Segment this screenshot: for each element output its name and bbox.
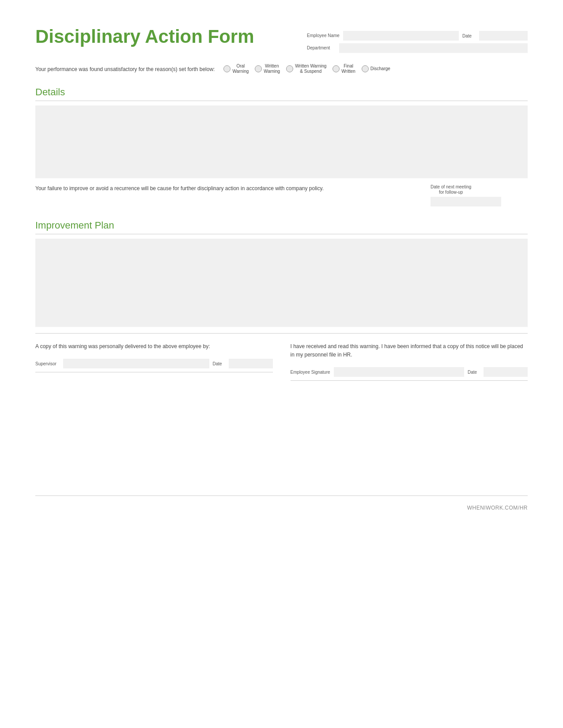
employee-sig-divider: [291, 380, 528, 381]
employee-sig-fields-row: Employee Signature Date: [291, 367, 528, 377]
performance-text: Your performance was found unsatisfactor…: [35, 66, 215, 72]
received-text: I have received and read this warning. I…: [291, 342, 528, 359]
department-row: Department: [307, 43, 528, 53]
employee-sig-input[interactable]: [334, 367, 464, 377]
supervisor-date-input[interactable]: [229, 359, 273, 368]
department-input[interactable]: [339, 43, 528, 53]
employee-name-input[interactable]: [343, 31, 459, 41]
bottom-spacer: [35, 390, 528, 478]
radio-options: OralWarning WrittenWarning Written Warni…: [223, 64, 390, 74]
improvement-section-title: Improvement Plan: [35, 220, 528, 231]
radio-written-suspend[interactable]: Written Warning& Suspend: [286, 64, 326, 74]
details-section-title: Details: [35, 86, 528, 98]
employee-name-label: Employee Name: [307, 33, 340, 38]
radio-label-written: WrittenWarning: [264, 64, 280, 74]
employee-sig-label: Employee Signature: [291, 370, 330, 375]
followup-field: Date of next meeting for follow-up: [431, 184, 528, 206]
radio-final[interactable]: FinalWritten: [333, 64, 355, 74]
employee-sig-section: I have received and read this warning. I…: [291, 342, 528, 381]
radio-label-final: FinalWritten: [341, 64, 355, 74]
header-right: Employee Name Date Department: [307, 26, 528, 53]
followup-label: Date of next meeting for follow-up: [431, 184, 471, 195]
department-label: Department: [307, 45, 336, 51]
date-label: Date: [462, 34, 476, 38]
followup-input[interactable]: [431, 197, 501, 206]
radio-circle-written: [255, 65, 262, 72]
supervisor-fields-row: Supervisor Date: [35, 359, 273, 368]
header-row: Disciplinary Action Form Employee Name D…: [35, 26, 528, 53]
supervisor-input[interactable]: [63, 359, 209, 368]
date-input[interactable]: [479, 31, 528, 41]
name-date-row: Employee Name Date: [307, 31, 528, 41]
supervisor-label: Supervisor: [35, 361, 60, 366]
employee-date-input[interactable]: [484, 367, 528, 377]
supervisor-divider: [35, 372, 273, 372]
radio-label-discharge: Discharge: [370, 66, 390, 71]
improvement-textarea[interactable]: [35, 239, 528, 327]
radio-circle-discharge: [362, 65, 369, 72]
radio-circle-final: [333, 65, 340, 72]
details-divider: [35, 101, 528, 101]
form-title: Disciplinary Action Form: [35, 26, 254, 47]
radio-circle-written-suspend: [286, 65, 293, 72]
footer: WHENIWORK.COM/HR: [35, 495, 528, 511]
followup-row: Your failure to improve or avoid a recur…: [35, 184, 528, 206]
radio-label-written-suspend: Written Warning& Suspend: [295, 64, 326, 74]
performance-row: Your performance was found unsatisfactor…: [35, 62, 528, 76]
radio-oral[interactable]: OralWarning: [223, 64, 249, 74]
supervisor-date-label: Date: [213, 361, 225, 366]
radio-circle-oral: [223, 65, 230, 72]
footer-text: WHENIWORK.COM/HR: [467, 505, 528, 511]
failure-text: Your failure to improve or avoid a recur…: [35, 184, 422, 193]
improvement-divider: [35, 234, 528, 234]
supervisor-section: A copy of this warning was personally de…: [35, 342, 273, 381]
radio-discharge[interactable]: Discharge: [362, 65, 390, 72]
bottom-divider: [35, 333, 528, 334]
employee-date-label: Date: [468, 370, 480, 375]
radio-label-oral: OralWarning: [232, 64, 249, 74]
details-textarea[interactable]: [35, 105, 528, 178]
delivery-text: A copy of this warning was personally de…: [35, 342, 273, 351]
page-container: Disciplinary Action Form Employee Name D…: [35, 26, 528, 511]
radio-written[interactable]: WrittenWarning: [255, 64, 280, 74]
signature-section: A copy of this warning was personally de…: [35, 342, 528, 381]
